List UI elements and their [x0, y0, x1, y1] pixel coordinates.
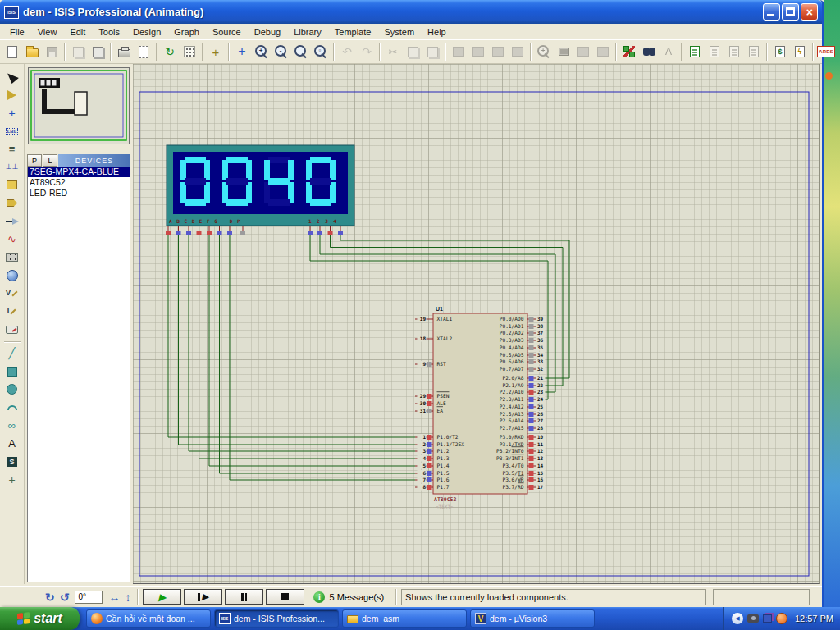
menu-graph[interactable]: Graph — [167, 25, 206, 39]
line-2d-icon[interactable]: ╱ — [2, 345, 22, 362]
generator-mode-icon[interactable] — [2, 267, 22, 284]
tray-camera-icon[interactable] — [747, 614, 759, 623]
bill-of-materials-icon[interactable]: $ — [770, 43, 790, 62]
property-assignment-icon[interactable]: A — [659, 43, 678, 62]
wire-autorouter-icon[interactable] — [619, 43, 639, 62]
simulation-step-button[interactable]: ▶ — [184, 589, 222, 605]
minimize-button[interactable] — [763, 3, 780, 21]
print-icon[interactable] — [114, 43, 134, 62]
design-explorer-icon[interactable] — [685, 43, 705, 62]
tape-recorder-mode-icon[interactable] — [2, 249, 22, 266]
schematic[interactable]: ABCDEFG DP1234U1AT89C52<TEXT>19XTAL118XT… — [133, 64, 820, 584]
mirror-horizontal-button[interactable]: ↔ — [108, 591, 120, 603]
menu-source[interactable]: Source — [206, 25, 248, 39]
terminal-mode-icon[interactable] — [2, 194, 22, 212]
menu-library[interactable]: Library — [287, 25, 328, 39]
info-icon[interactable]: i — [313, 591, 325, 603]
device-item[interactable]: AT89C52 — [28, 177, 130, 188]
wire-label-mode-icon[interactable]: LBL — [2, 122, 22, 139]
tray-collapse-icon[interactable]: ◀ — [732, 613, 743, 624]
current-probe-mode-icon[interactable]: I — [2, 303, 22, 320]
simulation-run-button[interactable]: ▶ — [143, 589, 181, 605]
redo-icon[interactable]: ↷ — [357, 43, 377, 62]
save-icon[interactable] — [42, 43, 62, 62]
maximize-button[interactable] — [782, 3, 799, 21]
path-2d-icon[interactable]: ∞ — [2, 417, 22, 434]
close-button[interactable]: × — [801, 3, 818, 21]
electrical-rules-check-icon[interactable]: ϟ — [790, 43, 810, 62]
menu-debug[interactable]: Debug — [248, 25, 287, 39]
desktop-shortcut-icon[interactable] — [825, 72, 833, 80]
block-move-icon[interactable] — [468, 43, 488, 62]
make-device-icon[interactable] — [554, 43, 573, 62]
export-section-icon[interactable] — [88, 43, 107, 62]
taskbar-task-uvision[interactable]: Vdem - µVision3 — [470, 609, 595, 628]
new-file-icon[interactable] — [2, 43, 22, 62]
menu-edit[interactable]: Edit — [63, 25, 92, 39]
menu-help[interactable]: Help — [421, 25, 453, 39]
zoom-out-icon[interactable] — [272, 43, 291, 62]
selection-pointer-icon[interactable] — [2, 68, 22, 85]
taskbar-task-isis[interactable]: ISISdem - ISIS Profession... — [214, 609, 339, 628]
overview-window[interactable] — [28, 67, 130, 144]
simulation-pause-button[interactable] — [225, 589, 263, 605]
start-button[interactable]: start — [0, 607, 80, 630]
mcu-at89c52[interactable]: U1AT89C52<TEXT>19XTAL118XTAL29RST29PSEN3… — [415, 306, 546, 509]
message-count[interactable]: 5 Message(s) — [329, 592, 384, 602]
new-root-sheet-icon[interactable] — [705, 43, 724, 62]
menu-template[interactable]: Template — [328, 25, 378, 39]
menu-tools[interactable]: Tools — [92, 25, 126, 39]
library-manager-button[interactable]: L — [43, 154, 57, 167]
toggle-grid-icon[interactable] — [180, 43, 199, 62]
block-delete-icon[interactable] — [508, 43, 527, 62]
rotate-clockwise-button[interactable]: ↻ — [45, 591, 55, 603]
editing-window[interactable]: ABCDEFG DP1234U1AT89C52<TEXT>19XTAL118XT… — [133, 64, 820, 584]
device-item[interactable]: LED-RED — [28, 188, 130, 199]
undo-icon[interactable]: ↶ — [337, 43, 357, 62]
zoom-all-icon[interactable] — [291, 43, 311, 62]
cut-icon[interactable]: ✂ — [383, 43, 403, 62]
text-2d-icon[interactable]: A — [2, 435, 22, 452]
block-copy-icon[interactable] — [449, 43, 468, 62]
tray-app-icon[interactable] — [776, 613, 788, 624]
pick-parts-icon[interactable] — [534, 43, 554, 62]
open-folder-icon[interactable] — [22, 43, 42, 62]
junction-dot-mode-icon[interactable]: + — [2, 104, 22, 121]
search-tag-icon[interactable] — [639, 43, 659, 62]
exit-to-parent-icon[interactable] — [744, 43, 764, 62]
copy-icon[interactable] — [403, 43, 422, 62]
pan-icon[interactable]: + — [232, 43, 252, 62]
subcircuit-mode-icon[interactable] — [2, 176, 22, 194]
zoom-in-icon[interactable] — [252, 43, 272, 62]
buses-mode-icon[interactable]: ⊥⊥ — [2, 158, 22, 176]
virtual-instruments-mode-icon[interactable] — [2, 321, 22, 338]
menu-file[interactable]: File — [3, 25, 31, 39]
device-item[interactable]: 7SEG-MPX4-CA-BLUE — [28, 167, 130, 177]
device-pin-mode-icon[interactable] — [2, 212, 22, 230]
paste-icon[interactable] — [422, 43, 442, 62]
import-section-icon[interactable] — [68, 43, 88, 62]
rotation-angle-input[interactable]: 0° — [75, 591, 103, 604]
menu-system[interactable]: System — [377, 25, 421, 39]
box-2d-icon[interactable] — [2, 363, 22, 380]
tray-display-icon[interactable] — [763, 614, 772, 623]
redraw-icon[interactable]: ↻ — [160, 43, 180, 62]
text-script-mode-icon[interactable]: ≡ — [2, 140, 22, 158]
decompose-icon[interactable] — [593, 43, 613, 62]
zoom-area-icon[interactable] — [311, 43, 331, 62]
rotate-anticlockwise-button[interactable]: ↺ — [60, 591, 70, 603]
menu-view[interactable]: View — [31, 25, 64, 39]
symbol-2d-icon[interactable]: S — [2, 453, 22, 470]
component-mode-icon[interactable] — [2, 86, 22, 103]
menu-design[interactable]: Design — [126, 25, 167, 39]
voltage-probe-mode-icon[interactable]: V — [2, 285, 22, 302]
netlist-to-ares-icon[interactable]: ARES — [816, 43, 836, 62]
arc-2d-icon[interactable] — [2, 399, 22, 416]
circle-2d-icon[interactable] — [2, 381, 22, 398]
mark-output-area-icon[interactable] — [134, 43, 153, 62]
pick-devices-button[interactable]: P — [27, 154, 42, 167]
graph-mode-icon[interactable]: ∿ — [2, 231, 22, 248]
block-rotate-icon[interactable] — [488, 43, 508, 62]
simulation-stop-button[interactable] — [266, 589, 304, 605]
false-origin-icon[interactable]: + — [206, 43, 226, 62]
